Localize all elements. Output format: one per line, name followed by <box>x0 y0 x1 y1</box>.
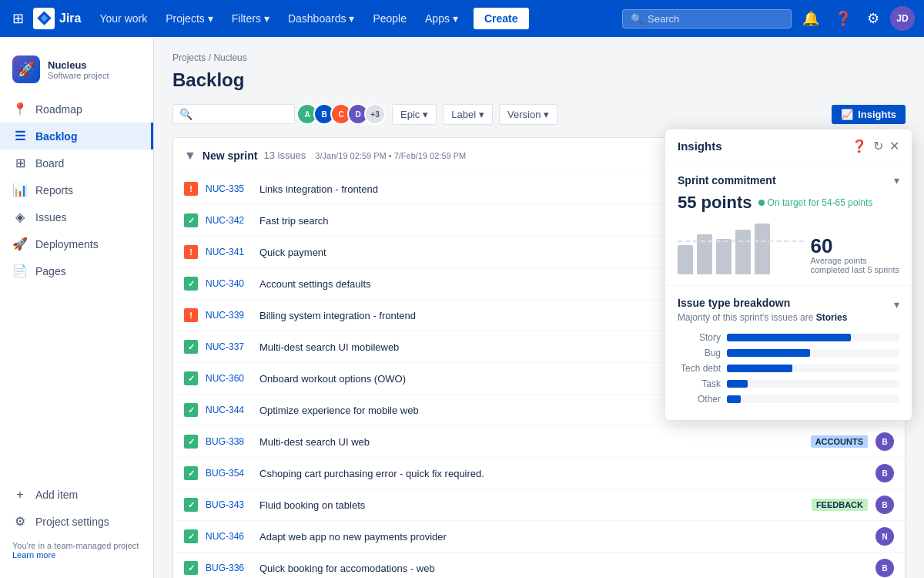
sidebar-item-project-settings[interactable]: ⚙ Project settings <box>0 508 153 535</box>
avg-info: 60 Average points completed last 5 sprin… <box>810 236 899 274</box>
issue-key: NUC-342 <box>206 215 252 226</box>
on-target-text: On target for 54-65 points <box>768 197 873 208</box>
jira-logo[interactable]: Jira <box>33 8 81 29</box>
breakdown-bar-track <box>727 334 899 341</box>
sprint-toggle[interactable]: ▼ <box>184 149 196 163</box>
sidebar-item-issues[interactable]: ◈ Issues <box>0 203 153 230</box>
on-target-badge: On target for 54-65 points <box>758 197 873 208</box>
breakdown-chevron[interactable]: ▾ <box>894 298 899 311</box>
settings-icon[interactable]: ⚙ <box>862 7 884 30</box>
issue-type-icon: ✓ <box>184 529 198 543</box>
nav-filters[interactable]: Filters ▾ <box>226 9 276 28</box>
nav-projects[interactable]: Projects ▾ <box>159 9 219 28</box>
top-nav: ⊞ Jira Your work Projects ▾ Filters ▾ Da… <box>0 0 924 37</box>
sidebar-item-deployments[interactable]: 🚀 Deployments <box>0 230 153 257</box>
breakdown-row: Bug <box>678 348 899 358</box>
sprint-commitment-title: Sprint commitment <box>678 174 776 187</box>
bar-3 <box>716 239 732 274</box>
insights-button[interactable]: 📈 Insights <box>832 105 906 124</box>
help-panel-icon[interactable]: ❓ <box>852 139 867 153</box>
epic-filter[interactable]: Epic ▾ <box>392 104 437 125</box>
issue-key: BUG-354 <box>206 468 252 479</box>
issue-avatar: B <box>875 496 894 514</box>
nav-your-work[interactable]: Your work <box>93 9 153 28</box>
nav-apps[interactable]: Apps ▾ <box>419 9 464 28</box>
breakdown-bar-track <box>727 349 899 357</box>
sidebar-item-label: Backlog <box>35 130 77 143</box>
issue-type-icon: ✓ <box>184 466 198 480</box>
label-filter[interactable]: Label ▾ <box>443 104 493 125</box>
search-icon: 🔍 <box>179 108 192 120</box>
issue-type-icon: ! <box>184 308 198 322</box>
bar-5 <box>755 223 770 274</box>
insights-panel-header: Insights ❓ ↻ ✕ <box>665 129 912 163</box>
issue-type-icon: ✓ <box>184 340 198 354</box>
issue-row[interactable]: ✓ BUG-336 Quick booking for accomodation… <box>173 553 905 578</box>
sidebar-item-backlog[interactable]: ☰ Backlog <box>0 123 153 150</box>
issue-label: ACCOUNTS <box>811 435 868 448</box>
chevron-down-icon[interactable]: ▾ <box>894 174 899 187</box>
breakdown-label: Task <box>678 378 721 389</box>
user-avatar[interactable]: JD <box>890 6 915 31</box>
roadmap-icon: 📍 <box>12 102 28 116</box>
sidebar-item-pages[interactable]: 📄 Pages <box>0 257 153 284</box>
sidebar-item-label: Deployments <box>35 238 99 250</box>
issue-type-icon: ✓ <box>184 403 198 417</box>
breadcrumb-projects[interactable]: Projects <box>172 52 206 63</box>
issue-avatar: B <box>875 559 894 577</box>
issue-key: NUC-341 <box>206 247 252 257</box>
refresh-panel-icon[interactable]: ↻ <box>873 139 883 153</box>
breadcrumb-nucleus[interactable]: Nucleus <box>213 52 246 63</box>
nav-people[interactable]: People <box>367 9 413 28</box>
notifications-icon[interactable]: 🔔 <box>798 7 824 30</box>
issue-type-icon: ! <box>184 245 198 259</box>
issue-type-icon: ✓ <box>184 561 198 575</box>
learn-more-link[interactable]: Learn more <box>12 550 55 560</box>
sidebar: 🚀 Nucleus Software project 📍 Roadmap ☰ B… <box>0 37 154 578</box>
reports-icon: 📊 <box>12 183 28 197</box>
sidebar-item-roadmap[interactable]: 📍 Roadmap <box>0 96 153 123</box>
avg-desc-2: completed last 5 sprints <box>810 265 899 274</box>
create-button[interactable]: Create <box>474 8 529 29</box>
version-filter[interactable]: Version ▾ <box>499 104 557 125</box>
breakdown-stories: Stories <box>816 312 848 323</box>
sidebar-item-board[interactable]: ⊞ Board <box>0 150 153 176</box>
issue-row[interactable]: ✓ NUC-346 Adapt web app no new payments … <box>173 521 905 553</box>
chart-area: 60 Average points completed last 5 sprin… <box>678 220 899 274</box>
nav-dashboards[interactable]: Dashboards ▾ <box>282 9 361 28</box>
issue-avatar: B <box>875 464 894 482</box>
issue-row[interactable]: ✓ BUG-343 Fluid booking on tablets FEEDB… <box>173 489 905 521</box>
search-input[interactable] <box>196 109 288 120</box>
issue-type-icon: ! <box>184 182 198 196</box>
issue-type-icon: ✓ <box>184 435 198 449</box>
toolbar: 🔍 A B C D +3 Epic ▾ Label ▾ Version ▾ <box>172 103 906 125</box>
breakdown-bar-fill <box>727 349 810 357</box>
deployments-icon: 🚀 <box>12 237 28 251</box>
search-bar[interactable]: 🔍 Search <box>622 9 792 29</box>
on-target-dot <box>758 200 765 206</box>
avatar-extra[interactable]: +3 <box>364 103 386 125</box>
close-panel-icon[interactable]: ✕ <box>889 139 899 153</box>
bar-4 <box>735 230 751 274</box>
issue-title: Adapt web app no new payments provider <box>259 531 868 543</box>
add-item-icon: + <box>12 488 28 502</box>
issue-row[interactable]: ✓ BUG-354 Cshoping cart purchasing error… <box>173 458 905 489</box>
breakdown-bar-track <box>727 395 899 403</box>
issue-key: NUC-340 <box>206 278 252 289</box>
sidebar-item-add-item[interactable]: + Add item <box>0 482 153 508</box>
sidebar-item-reports[interactable]: 📊 Reports <box>0 176 153 203</box>
logo-text: Jira <box>59 12 81 25</box>
sidebar-item-label: Pages <box>35 265 66 277</box>
issue-avatar: N <box>875 527 894 546</box>
issue-row[interactable]: ✓ BUG-338 Multi-dest search UI web ACCOU… <box>173 426 905 458</box>
breakdown-bar-fill <box>727 334 851 341</box>
filter-search[interactable]: 🔍 <box>172 104 295 124</box>
breakdown-row: Tech debt <box>678 363 899 374</box>
help-icon[interactable]: ❓ <box>830 7 856 30</box>
grid-icon[interactable]: ⊞ <box>9 7 27 30</box>
search-icon: 🔍 <box>631 13 643 25</box>
page-title: Backlog <box>172 69 906 91</box>
breakdown-label: Story <box>678 332 721 343</box>
sidebar-item-label: Reports <box>35 184 73 197</box>
breakdown-bar-fill <box>727 395 741 403</box>
